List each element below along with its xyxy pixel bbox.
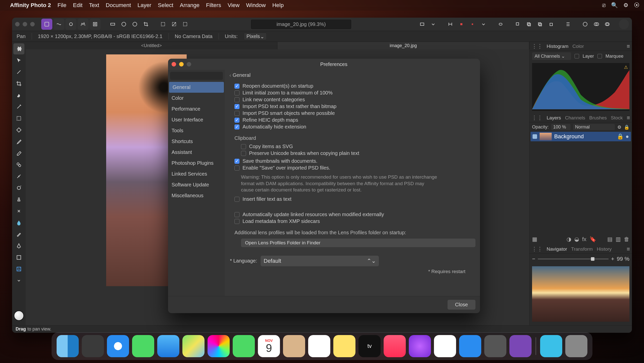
live-filter-layer-icon[interactable]: ◒ (574, 236, 579, 243)
pref-checkbox[interactable] (234, 118, 239, 123)
navigator-thumbnail[interactable] (532, 266, 629, 322)
dock-maps-icon[interactable] (182, 335, 205, 357)
dock-finder-icon[interactable] (57, 335, 79, 357)
tab-layers[interactable]: Layers (547, 115, 561, 121)
window-zoom-icon[interactable] (30, 22, 35, 26)
prefs-back-icon[interactable]: ‹ (229, 72, 231, 78)
inpainting-brush-tool-icon[interactable] (13, 171, 24, 182)
dock-tv-icon[interactable]: tv (358, 335, 381, 357)
liquify-persona-icon[interactable] (53, 19, 64, 30)
pref-checkbox[interactable] (241, 144, 246, 149)
arrange-backward-icon[interactable] (524, 19, 534, 29)
pref-checkbox[interactable] (234, 219, 239, 224)
prefs-cat-linked[interactable]: Linked Services (168, 169, 225, 179)
prefs-cat-tools[interactable]: Tools (168, 125, 225, 136)
pref-checkbox[interactable] (241, 151, 246, 156)
control-center-icon[interactable]: ⚙ (623, 2, 628, 9)
retouch-tool-icon[interactable] (13, 229, 24, 240)
dock-reminders-icon[interactable] (308, 335, 330, 357)
erase-brush-tool-icon[interactable] (13, 148, 24, 159)
dock-affinity-icon[interactable] (509, 335, 532, 357)
move-tool-icon[interactable] (13, 55, 24, 66)
dock-settings-icon[interactable] (484, 335, 506, 357)
screen-mirror-icon[interactable]: ⎚ (602, 2, 606, 9)
dropdown-icon[interactable] (428, 19, 438, 29)
pref-checkbox[interactable] (234, 166, 239, 171)
pref-checkbox[interactable] (234, 111, 239, 116)
healing-brush-tool-icon[interactable] (13, 206, 24, 217)
fx-layer-icon[interactable]: fx (582, 236, 586, 243)
align-icon[interactable] (563, 19, 573, 29)
prefs-search-input[interactable] (170, 72, 223, 80)
document-tab-untitled[interactable]: <Untitled> (26, 42, 277, 49)
prefs-cat-assistant[interactable]: Assistant (168, 147, 225, 158)
menu-document[interactable]: Document (106, 2, 131, 9)
menu-help[interactable]: Help (272, 2, 284, 9)
dock-appstore-icon[interactable] (459, 335, 481, 357)
pen-tool-icon[interactable] (13, 240, 24, 251)
photo-persona-icon[interactable] (41, 19, 52, 30)
arrange-front-icon[interactable] (546, 19, 556, 29)
pref-checkbox[interactable] (234, 124, 239, 129)
tab-histogram[interactable]: Histogram (547, 44, 569, 49)
add-pixel-layer-icon[interactable]: ▤ (607, 236, 613, 243)
flood-fill-tool-icon[interactable] (13, 124, 24, 136)
crop-tool-icon[interactable] (13, 78, 24, 89)
app-name[interactable]: Affinity Photo 2 (10, 2, 51, 9)
arrange-back-icon[interactable] (513, 19, 523, 29)
snap-red-icon[interactable] (456, 19, 466, 29)
add-icon[interactable] (580, 19, 590, 29)
histogram-channels-select[interactable]: All Channels ⌄ (532, 52, 571, 60)
color-well[interactable] (14, 311, 24, 321)
pref-checkbox[interactable] (234, 197, 239, 202)
dock-podcasts-icon[interactable] (409, 335, 431, 357)
layer-vis-dot-icon[interactable]: ● (626, 133, 629, 140)
dock-trash-icon[interactable] (565, 335, 587, 357)
dock-music-icon[interactable] (384, 335, 406, 357)
document-tab-image20[interactable]: image_20.jpg (277, 42, 529, 49)
layer-row-background[interactable]: Background 🔒 ● (531, 132, 631, 141)
adjust-icon[interactable] (119, 19, 129, 29)
develop-persona-icon[interactable] (65, 19, 76, 30)
prefs-cat-shortcuts[interactable]: Shortcuts (168, 136, 225, 147)
dock-facetime-icon[interactable] (233, 335, 255, 357)
dock-mail-icon[interactable] (157, 335, 179, 357)
dock-safari-icon[interactable] (107, 335, 129, 357)
adjustment-layer-icon[interactable]: ◑ (567, 236, 571, 243)
menu-arrange[interactable]: Arrange (180, 2, 199, 9)
text-tool-icon[interactable]: A (13, 263, 24, 275)
tag-layer-icon[interactable]: 🔖 (589, 236, 596, 243)
window-close-icon[interactable] (15, 22, 20, 26)
menu-file[interactable]: File (58, 2, 66, 9)
assistant-icon[interactable] (496, 19, 506, 29)
prefs-close-icon[interactable] (172, 62, 176, 67)
export-persona-icon[interactable] (90, 19, 101, 30)
marquee-tool-icon[interactable] (13, 113, 24, 124)
prefs-cat-psplugins[interactable]: Photoshop Plugins (168, 158, 225, 169)
layer-settings-icon[interactable]: ⚙ (617, 124, 621, 130)
opacity-input[interactable]: 100 % (551, 124, 571, 130)
mask-layer-icon[interactable]: ▦ (532, 236, 537, 243)
pref-checkbox[interactable] (234, 212, 239, 217)
menu-select[interactable]: Select (158, 2, 173, 9)
intersect-icon[interactable] (602, 19, 612, 29)
prefs-close-button[interactable]: Close (448, 300, 475, 310)
dock-news-icon[interactable] (434, 335, 456, 357)
selection-all-icon[interactable] (158, 19, 168, 29)
stamp-tool-icon[interactable] (13, 194, 24, 205)
dock-calendar-icon[interactable]: NOV9 (258, 335, 280, 357)
tab-color[interactable]: Color (573, 44, 584, 49)
pref-checkbox[interactable] (234, 104, 239, 109)
language-select[interactable]: Default⌃⌄ (261, 256, 379, 266)
units-select[interactable]: Pixels ⌄ (244, 33, 267, 40)
pref-checkbox[interactable] (234, 97, 239, 102)
prefs-minimize-icon[interactable] (179, 62, 184, 67)
spotlight-icon[interactable]: 🔍 (611, 2, 618, 9)
account-avatar-icon[interactable] (619, 19, 629, 29)
tab-history[interactable]: History (597, 246, 612, 252)
rectangle-tool-icon[interactable] (13, 252, 24, 263)
dock-photos-icon[interactable] (208, 335, 230, 357)
dock-downloads-icon[interactable] (540, 335, 562, 357)
histogram-marquee-checkbox[interactable] (597, 54, 602, 58)
swatches-icon[interactable] (108, 19, 118, 29)
